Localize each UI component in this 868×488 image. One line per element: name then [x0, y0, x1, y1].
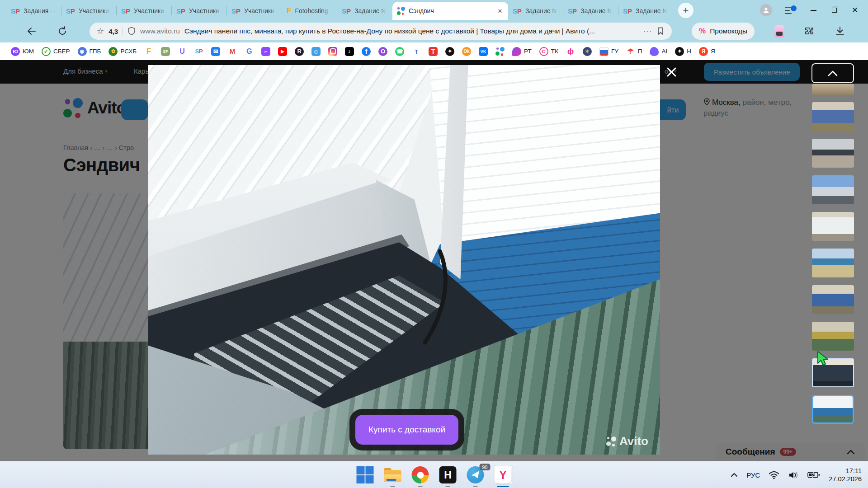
tab-sp-uchastniki-4[interactable]: Участники: [227, 2, 282, 20]
bookmark-whatsapp[interactable]: [395, 47, 404, 56]
bookmark-tiktok[interactable]: [345, 47, 354, 56]
volume-icon[interactable]: [788, 471, 799, 479]
bookmark-sp[interactable]: [194, 47, 203, 56]
yandex-browser-button[interactable]: Y: [493, 465, 513, 485]
bookmark-youtube[interactable]: [278, 47, 287, 56]
bookmark-gazprombank[interactable]: ГПБ: [78, 47, 101, 56]
gallery-thumbnail-7[interactable]: [812, 285, 854, 314]
bookmark-fotohosting[interactable]: [144, 47, 153, 56]
browser-swirl-button[interactable]: [410, 465, 430, 485]
restore-button[interactable]: [830, 6, 838, 14]
tab-sp-zadanie-1[interactable]: Задание №: [337, 2, 392, 20]
gallery-thumbnail-5[interactable]: [812, 212, 854, 241]
language-indicator[interactable]: РУС: [746, 471, 760, 479]
bookmark-ai[interactable]: AI: [650, 47, 667, 56]
tab-sp-uchastniki-1[interactable]: Участники: [61, 2, 117, 20]
start-button[interactable]: [355, 465, 375, 485]
close-lightbox-icon[interactable]: [665, 65, 679, 80]
file-explorer-button[interactable]: [383, 465, 403, 485]
ai-drop-icon: [650, 47, 659, 56]
browser-swirl-icon: [412, 466, 429, 483]
bookmark-u-service[interactable]: [178, 47, 187, 56]
bookmark-n-star[interactable]: Н: [675, 47, 691, 56]
tab-sp-uchastniki-2[interactable]: Участники: [117, 2, 172, 20]
bookmark-emblem[interactable]: [583, 47, 592, 56]
gallery-thumbnail-1[interactable]: [812, 84, 854, 95]
gallery-thumbnail-10-selected[interactable]: [812, 395, 854, 424]
tray-date: 27.02.2026: [829, 475, 862, 483]
rating-star-icon[interactable]: [97, 26, 104, 36]
site-rating: 4,3: [108, 28, 118, 35]
bookmark-google[interactable]: [245, 47, 254, 56]
tab-avito-active[interactable]: Сэндвич: [392, 2, 508, 20]
bookmark-rshb[interactable]: РСХБ: [108, 47, 137, 56]
bookmark-rt[interactable]: РТ: [512, 47, 532, 56]
window-controls: [760, 4, 868, 20]
star-app-icon: [445, 47, 454, 56]
tab-sp-zadanie-2[interactable]: Задание №: [508, 2, 563, 20]
bookmark-tinkoff[interactable]: [429, 47, 438, 56]
bookmark-sf[interactable]: [161, 47, 170, 56]
bookmark-yandex[interactable]: Я: [699, 47, 715, 56]
page-title-text: Сэндвич панели ппс, минвата, пир купить …: [184, 27, 639, 35]
bookmark-avito[interactable]: [495, 47, 505, 56]
minimize-button[interactable]: [809, 6, 817, 14]
close-window-button[interactable]: [851, 6, 859, 14]
new-tab-button[interactable]: [678, 3, 693, 18]
promo-codes-button[interactable]: Промокоды: [692, 23, 755, 40]
bookmark-twitch[interactable]: [261, 47, 270, 56]
bookmark-mail[interactable]: [211, 47, 220, 56]
bookmark-facebook[interactable]: [362, 47, 371, 56]
tray-expand-icon[interactable]: [731, 473, 738, 477]
battery-icon[interactable]: [807, 471, 820, 479]
bookmark-f-pink[interactable]: [566, 47, 575, 56]
gallery-thumbnail-2[interactable]: [812, 102, 854, 131]
tab-fotohosting[interactable]: Fotohosting: [282, 2, 337, 20]
bookmark-gmail[interactable]: [228, 47, 237, 56]
tab-sp-zadanie-4[interactable]: Задание №: [618, 2, 674, 20]
buy-with-delivery-button[interactable]: Купить с доставкой: [355, 415, 458, 445]
extensions-puzzle-icon[interactable]: [804, 26, 815, 37]
gmail-icon: [228, 47, 237, 56]
photo-viewer: Купить с доставкой Avito: [148, 65, 660, 455]
downloads-icon[interactable]: [835, 26, 845, 37]
gallery-thumbnail-4[interactable]: [812, 175, 854, 204]
bookmark-yoomoney[interactable]: ЮМ: [11, 47, 34, 56]
percent-icon: [699, 27, 706, 36]
avito-icon: [495, 47, 505, 56]
bookmark-star-app[interactable]: [445, 47, 454, 56]
reload-icon[interactable]: [57, 26, 68, 37]
gallery-thumbnail-8[interactable]: [812, 322, 854, 351]
bookmark-instagram[interactable]: [328, 47, 337, 56]
telegram-button[interactable]: 90: [466, 465, 486, 485]
bookmark-umbrella[interactable]: П: [626, 47, 642, 56]
bookmark-flag-icon[interactable]: [656, 27, 665, 36]
bookmark-t-letter[interactable]: [412, 47, 421, 56]
tab-sp-zadanie-3[interactable]: Задание №: [563, 2, 618, 20]
bookmark-vk-messenger[interactable]: [311, 47, 321, 56]
tab-sp-zadaniya[interactable]: Задания - с: [6, 2, 61, 20]
bookmark-odnoklassniki[interactable]: [462, 47, 471, 56]
shield-icon[interactable]: [127, 27, 136, 36]
url-field[interactable]: 4,3 www.avito.ru Сэндвич панели ппс, мин…: [90, 23, 672, 40]
bookmark-camera-app[interactable]: [378, 47, 387, 56]
extension-pink-icon[interactable]: [774, 25, 784, 38]
bookmark-rutube[interactable]: [295, 47, 304, 56]
tab-close-icon[interactable]: [496, 7, 504, 14]
sidebar-panels-icon[interactable]: [785, 6, 797, 14]
bookmark-gu[interactable]: ГУ: [599, 47, 618, 56]
h-app-button[interactable]: [438, 465, 458, 485]
bookmark-sber[interactable]: СБЕР: [42, 47, 70, 56]
bookmark-tk[interactable]: ТК: [539, 47, 558, 56]
profile-avatar[interactable]: [760, 4, 772, 16]
tab-sp-uchastniki-3[interactable]: Участники: [172, 2, 227, 20]
gallery-thumbnail-6[interactable]: [812, 249, 854, 277]
back-icon[interactable]: [26, 26, 37, 37]
gallery-scroll-up-button[interactable]: [811, 63, 854, 83]
site-url: www.avito.ru: [140, 27, 180, 35]
wifi-icon[interactable]: [769, 471, 779, 479]
taskbar-clock[interactable]: 17:11 27.02.2026: [829, 467, 862, 483]
gallery-thumbnail-3[interactable]: [812, 139, 854, 168]
bookmark-vk[interactable]: [479, 47, 488, 56]
more-options-icon[interactable]: ···: [643, 27, 652, 35]
